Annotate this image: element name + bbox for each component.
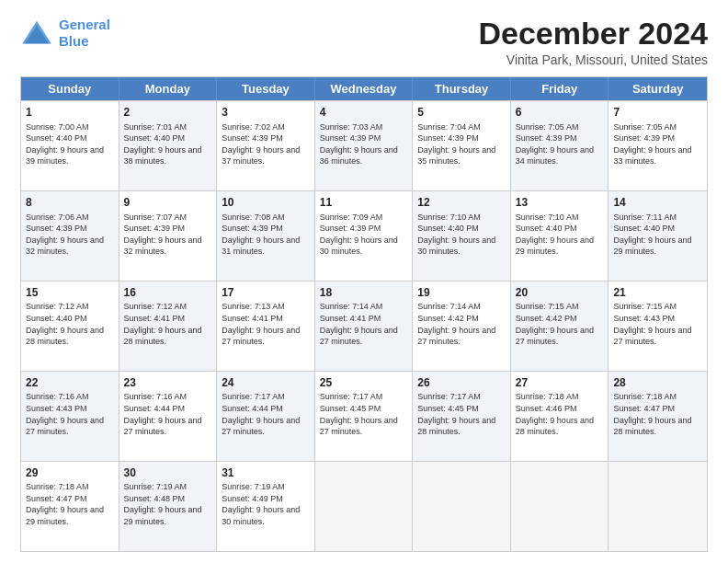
cell-details: Sunrise: 7:18 AM Sunset: 4:47 PM Dayligh… bbox=[613, 391, 702, 437]
day-cell-3: 3Sunrise: 7:02 AM Sunset: 4:39 PM Daylig… bbox=[217, 101, 315, 190]
day-number: 20 bbox=[516, 285, 604, 300]
header-day-saturday: Saturday bbox=[609, 77, 707, 100]
day-number: 9 bbox=[124, 195, 212, 210]
cell-details: Sunrise: 7:09 AM Sunset: 4:39 PM Dayligh… bbox=[320, 212, 408, 258]
day-number: 13 bbox=[516, 195, 604, 210]
cell-details: Sunrise: 7:05 AM Sunset: 4:39 PM Dayligh… bbox=[613, 121, 702, 167]
header-day-sunday: Sunday bbox=[21, 77, 119, 100]
logo: General Blue bbox=[20, 17, 110, 50]
day-cell-21: 21Sunrise: 7:15 AM Sunset: 4:43 PM Dayli… bbox=[609, 282, 707, 371]
day-number: 24 bbox=[222, 375, 310, 390]
day-number: 11 bbox=[320, 195, 408, 210]
day-cell-9: 9Sunrise: 7:07 AM Sunset: 4:39 PM Daylig… bbox=[119, 191, 218, 281]
cell-details: Sunrise: 7:08 AM Sunset: 4:39 PM Dayligh… bbox=[222, 212, 310, 258]
cell-details: Sunrise: 7:03 AM Sunset: 4:39 PM Dayligh… bbox=[320, 121, 408, 167]
day-number: 12 bbox=[417, 195, 506, 210]
cell-details: Sunrise: 7:02 AM Sunset: 4:39 PM Dayligh… bbox=[222, 121, 310, 167]
header: General Blue December 2024 Vinita Park, … bbox=[20, 17, 708, 67]
day-cell-30: 30Sunrise: 7:19 AM Sunset: 4:48 PM Dayli… bbox=[119, 462, 218, 551]
empty-cell bbox=[511, 462, 609, 551]
cell-details: Sunrise: 7:05 AM Sunset: 4:39 PM Dayligh… bbox=[516, 121, 604, 167]
logo-text: General Blue bbox=[59, 17, 110, 50]
day-cell-24: 24Sunrise: 7:17 AM Sunset: 4:44 PM Dayli… bbox=[217, 372, 315, 461]
week-row-4: 22Sunrise: 7:16 AM Sunset: 4:43 PM Dayli… bbox=[21, 371, 707, 461]
day-number: 27 bbox=[516, 375, 604, 390]
day-cell-6: 6Sunrise: 7:05 AM Sunset: 4:39 PM Daylig… bbox=[511, 101, 609, 190]
calendar-body: 1Sunrise: 7:00 AM Sunset: 4:40 PM Daylig… bbox=[21, 100, 707, 551]
day-cell-26: 26Sunrise: 7:17 AM Sunset: 4:45 PM Dayli… bbox=[413, 372, 511, 461]
week-row-3: 15Sunrise: 7:12 AM Sunset: 4:40 PM Dayli… bbox=[21, 281, 707, 371]
day-number: 15 bbox=[26, 285, 114, 300]
day-cell-2: 2Sunrise: 7:01 AM Sunset: 4:40 PM Daylig… bbox=[119, 101, 218, 190]
day-cell-27: 27Sunrise: 7:18 AM Sunset: 4:46 PM Dayli… bbox=[511, 372, 609, 461]
day-number: 8 bbox=[26, 195, 114, 210]
day-number: 25 bbox=[320, 375, 408, 390]
title-block: December 2024 Vinita Park, Missouri, Uni… bbox=[478, 17, 708, 67]
cell-details: Sunrise: 7:06 AM Sunset: 4:39 PM Dayligh… bbox=[26, 212, 114, 258]
day-cell-14: 14Sunrise: 7:11 AM Sunset: 4:40 PM Dayli… bbox=[609, 191, 707, 281]
cell-details: Sunrise: 7:17 AM Sunset: 4:44 PM Dayligh… bbox=[222, 391, 310, 437]
week-row-1: 1Sunrise: 7:00 AM Sunset: 4:40 PM Daylig… bbox=[21, 100, 707, 190]
day-cell-10: 10Sunrise: 7:08 AM Sunset: 4:39 PM Dayli… bbox=[217, 191, 315, 281]
cell-details: Sunrise: 7:12 AM Sunset: 4:41 PM Dayligh… bbox=[124, 301, 212, 347]
cell-details: Sunrise: 7:04 AM Sunset: 4:39 PM Dayligh… bbox=[417, 121, 506, 167]
week-row-2: 8Sunrise: 7:06 AM Sunset: 4:39 PM Daylig… bbox=[21, 190, 707, 281]
day-number: 29 bbox=[26, 465, 114, 480]
cell-details: Sunrise: 7:12 AM Sunset: 4:40 PM Dayligh… bbox=[26, 301, 114, 347]
empty-cell bbox=[413, 462, 511, 551]
day-cell-22: 22Sunrise: 7:16 AM Sunset: 4:43 PM Dayli… bbox=[21, 372, 119, 461]
calendar-header: SundayMondayTuesdayWednesdayThursdayFrid… bbox=[21, 77, 707, 100]
day-cell-17: 17Sunrise: 7:13 AM Sunset: 4:41 PM Dayli… bbox=[217, 282, 315, 371]
day-number: 26 bbox=[417, 375, 506, 390]
day-number: 18 bbox=[320, 285, 408, 300]
day-cell-18: 18Sunrise: 7:14 AM Sunset: 4:41 PM Dayli… bbox=[315, 282, 414, 371]
cell-details: Sunrise: 7:10 AM Sunset: 4:40 PM Dayligh… bbox=[516, 212, 604, 258]
cell-details: Sunrise: 7:17 AM Sunset: 4:45 PM Dayligh… bbox=[417, 391, 506, 437]
header-day-wednesday: Wednesday bbox=[315, 77, 414, 100]
header-day-tuesday: Tuesday bbox=[217, 77, 315, 100]
cell-details: Sunrise: 7:18 AM Sunset: 4:46 PM Dayligh… bbox=[516, 391, 604, 437]
calendar: SundayMondayTuesdayWednesdayThursdayFrid… bbox=[20, 76, 708, 552]
logo-icon bbox=[20, 19, 53, 47]
logo-line2: Blue bbox=[59, 33, 89, 49]
cell-details: Sunrise: 7:00 AM Sunset: 4:40 PM Dayligh… bbox=[26, 121, 114, 167]
day-number: 6 bbox=[516, 105, 604, 120]
logo-line1: General bbox=[59, 17, 110, 32]
day-cell-8: 8Sunrise: 7:06 AM Sunset: 4:39 PM Daylig… bbox=[21, 191, 119, 281]
cell-details: Sunrise: 7:16 AM Sunset: 4:44 PM Dayligh… bbox=[124, 391, 212, 437]
day-number: 21 bbox=[613, 285, 702, 300]
day-number: 16 bbox=[124, 285, 212, 300]
day-cell-28: 28Sunrise: 7:18 AM Sunset: 4:47 PM Dayli… bbox=[609, 372, 707, 461]
day-number: 14 bbox=[613, 195, 702, 210]
day-number: 1 bbox=[26, 105, 114, 120]
day-cell-20: 20Sunrise: 7:15 AM Sunset: 4:42 PM Dayli… bbox=[511, 282, 609, 371]
day-cell-23: 23Sunrise: 7:16 AM Sunset: 4:44 PM Dayli… bbox=[119, 372, 218, 461]
day-number: 17 bbox=[222, 285, 310, 300]
day-cell-11: 11Sunrise: 7:09 AM Sunset: 4:39 PM Dayli… bbox=[315, 191, 414, 281]
cell-details: Sunrise: 7:07 AM Sunset: 4:39 PM Dayligh… bbox=[124, 212, 212, 258]
day-cell-12: 12Sunrise: 7:10 AM Sunset: 4:40 PM Dayli… bbox=[413, 191, 511, 281]
day-number: 28 bbox=[613, 375, 702, 390]
cell-details: Sunrise: 7:14 AM Sunset: 4:41 PM Dayligh… bbox=[320, 301, 408, 347]
day-number: 10 bbox=[222, 195, 310, 210]
cell-details: Sunrise: 7:10 AM Sunset: 4:40 PM Dayligh… bbox=[417, 212, 506, 258]
cell-details: Sunrise: 7:17 AM Sunset: 4:45 PM Dayligh… bbox=[320, 391, 408, 437]
day-number: 2 bbox=[124, 105, 212, 120]
day-cell-29: 29Sunrise: 7:18 AM Sunset: 4:47 PM Dayli… bbox=[21, 462, 119, 551]
location: Vinita Park, Missouri, United States bbox=[478, 52, 708, 67]
day-number: 7 bbox=[613, 105, 702, 120]
cell-details: Sunrise: 7:14 AM Sunset: 4:42 PM Dayligh… bbox=[417, 301, 506, 347]
month-title: December 2024 bbox=[478, 17, 708, 51]
cell-details: Sunrise: 7:16 AM Sunset: 4:43 PM Dayligh… bbox=[26, 391, 114, 437]
day-number: 31 bbox=[222, 465, 310, 480]
day-cell-7: 7Sunrise: 7:05 AM Sunset: 4:39 PM Daylig… bbox=[609, 101, 707, 190]
cell-details: Sunrise: 7:18 AM Sunset: 4:47 PM Dayligh… bbox=[26, 481, 114, 527]
day-cell-13: 13Sunrise: 7:10 AM Sunset: 4:40 PM Dayli… bbox=[511, 191, 609, 281]
cell-details: Sunrise: 7:15 AM Sunset: 4:42 PM Dayligh… bbox=[516, 301, 604, 347]
day-number: 30 bbox=[124, 465, 212, 480]
day-cell-16: 16Sunrise: 7:12 AM Sunset: 4:41 PM Dayli… bbox=[119, 282, 218, 371]
cell-details: Sunrise: 7:15 AM Sunset: 4:43 PM Dayligh… bbox=[613, 301, 702, 347]
day-number: 23 bbox=[124, 375, 212, 390]
day-cell-1: 1Sunrise: 7:00 AM Sunset: 4:40 PM Daylig… bbox=[21, 101, 119, 190]
empty-cell bbox=[315, 462, 414, 551]
